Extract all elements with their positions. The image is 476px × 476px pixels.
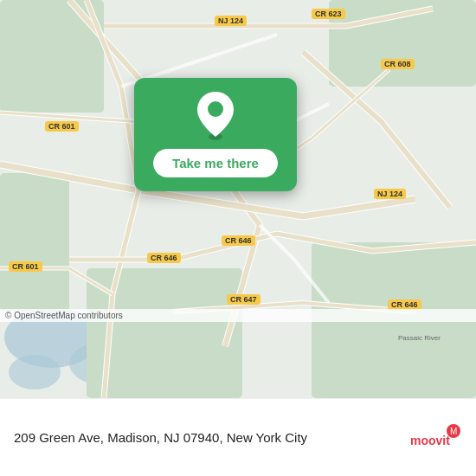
attribution-text: © OpenStreetMap contributors bbox=[5, 311, 123, 320]
road-label-nj124-top: NJ 124 bbox=[215, 16, 247, 26]
moovit-logo-svg: moovit M bbox=[408, 422, 462, 453]
road-label-cr601-top: CR 601 bbox=[45, 121, 79, 132]
road-label-passaic-river: Passaic River bbox=[398, 334, 441, 342]
bottom-bar: 209 Green Ave, Madison, NJ 07940, New Yo… bbox=[0, 398, 476, 476]
location-card: Take me there bbox=[134, 78, 297, 191]
svg-text:M: M bbox=[450, 427, 457, 436]
road-label-cr646-left: CR 646 bbox=[147, 253, 181, 263]
svg-rect-8 bbox=[0, 173, 69, 312]
svg-point-3 bbox=[9, 355, 61, 389]
svg-point-12 bbox=[208, 101, 223, 117]
take-me-there-button[interactable]: Take me there bbox=[153, 149, 278, 177]
address-text: 209 Green Ave, Madison, NJ 07940, New Yo… bbox=[14, 428, 398, 447]
svg-text:moovit: moovit bbox=[410, 434, 450, 447]
map-pin-icon bbox=[193, 90, 238, 140]
road-label-cr647: CR 647 bbox=[227, 294, 261, 305]
road-label-cr601-bot: CR 601 bbox=[9, 261, 42, 272]
road-label-nj124-right: NJ 124 bbox=[374, 189, 406, 199]
road-label-cr608: CR 608 bbox=[381, 59, 415, 69]
road-label-cr646-mid: CR 646 bbox=[222, 235, 255, 246]
map-container: NJ 124 CR 623 CR 608 NJ 124 CR 601 NJ 12… bbox=[0, 0, 476, 398]
attribution-bar: © OpenStreetMap contributors bbox=[0, 309, 476, 322]
road-label-cr623: CR 623 bbox=[312, 9, 345, 19]
moovit-logo: moovit M bbox=[408, 422, 462, 453]
